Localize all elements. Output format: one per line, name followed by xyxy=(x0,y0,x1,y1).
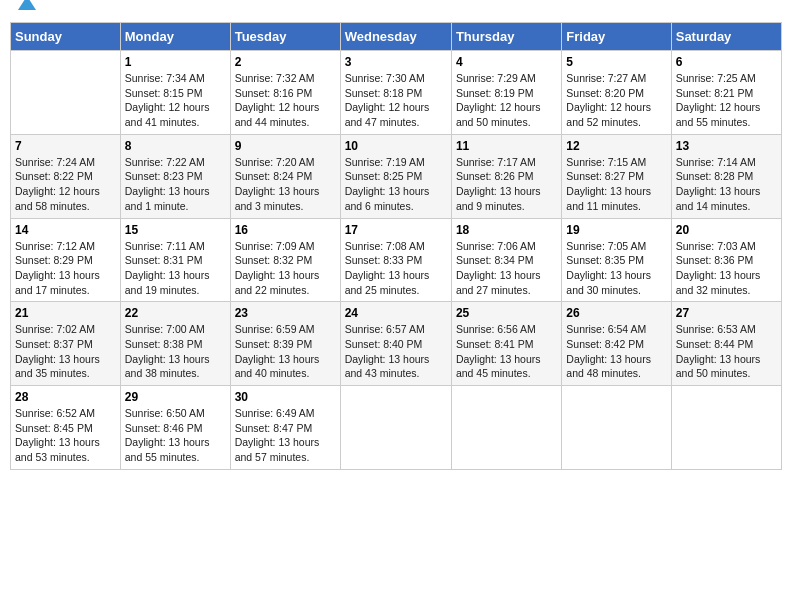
day-info: Sunrise: 7:34 AMSunset: 8:15 PMDaylight:… xyxy=(125,71,226,130)
day-number: 16 xyxy=(235,223,336,237)
day-info: Sunrise: 7:25 AMSunset: 8:21 PMDaylight:… xyxy=(676,71,777,130)
day-number: 25 xyxy=(456,306,557,320)
day-info: Sunrise: 6:52 AMSunset: 8:45 PMDaylight:… xyxy=(15,406,116,465)
page-header xyxy=(10,10,782,14)
day-info: Sunrise: 7:05 AMSunset: 8:35 PMDaylight:… xyxy=(566,239,666,298)
day-number: 2 xyxy=(235,55,336,69)
day-info: Sunrise: 7:32 AMSunset: 8:16 PMDaylight:… xyxy=(235,71,336,130)
day-number: 11 xyxy=(456,139,557,153)
day-info: Sunrise: 7:24 AMSunset: 8:22 PMDaylight:… xyxy=(15,155,116,214)
calendar-cell: 21Sunrise: 7:02 AMSunset: 8:37 PMDayligh… xyxy=(11,302,121,386)
day-info: Sunrise: 6:59 AMSunset: 8:39 PMDaylight:… xyxy=(235,322,336,381)
calendar-cell: 30Sunrise: 6:49 AMSunset: 8:47 PMDayligh… xyxy=(230,386,340,470)
day-info: Sunrise: 7:08 AMSunset: 8:33 PMDaylight:… xyxy=(345,239,447,298)
calendar-cell: 10Sunrise: 7:19 AMSunset: 8:25 PMDayligh… xyxy=(340,134,451,218)
day-info: Sunrise: 7:15 AMSunset: 8:27 PMDaylight:… xyxy=(566,155,666,214)
calendar-cell: 18Sunrise: 7:06 AMSunset: 8:34 PMDayligh… xyxy=(451,218,561,302)
svg-marker-0 xyxy=(18,0,36,10)
day-number: 6 xyxy=(676,55,777,69)
calendar-cell: 2Sunrise: 7:32 AMSunset: 8:16 PMDaylight… xyxy=(230,51,340,135)
calendar-cell: 3Sunrise: 7:30 AMSunset: 8:18 PMDaylight… xyxy=(340,51,451,135)
day-number: 29 xyxy=(125,390,226,404)
calendar-cell: 15Sunrise: 7:11 AMSunset: 8:31 PMDayligh… xyxy=(120,218,230,302)
day-number: 26 xyxy=(566,306,666,320)
day-info: Sunrise: 6:56 AMSunset: 8:41 PMDaylight:… xyxy=(456,322,557,381)
day-number: 24 xyxy=(345,306,447,320)
calendar-cell: 7Sunrise: 7:24 AMSunset: 8:22 PMDaylight… xyxy=(11,134,121,218)
calendar-cell: 28Sunrise: 6:52 AMSunset: 8:45 PMDayligh… xyxy=(11,386,121,470)
day-number: 23 xyxy=(235,306,336,320)
calendar-cell: 5Sunrise: 7:27 AMSunset: 8:20 PMDaylight… xyxy=(562,51,671,135)
day-info: Sunrise: 7:29 AMSunset: 8:19 PMDaylight:… xyxy=(456,71,557,130)
day-number: 1 xyxy=(125,55,226,69)
day-number: 14 xyxy=(15,223,116,237)
calendar-table: SundayMondayTuesdayWednesdayThursdayFrid… xyxy=(10,22,782,470)
calendar-cell: 24Sunrise: 6:57 AMSunset: 8:40 PMDayligh… xyxy=(340,302,451,386)
day-number: 30 xyxy=(235,390,336,404)
calendar-cell: 13Sunrise: 7:14 AMSunset: 8:28 PMDayligh… xyxy=(671,134,781,218)
day-number: 5 xyxy=(566,55,666,69)
calendar-cell: 11Sunrise: 7:17 AMSunset: 8:26 PMDayligh… xyxy=(451,134,561,218)
weekday-header-saturday: Saturday xyxy=(671,23,781,51)
day-number: 18 xyxy=(456,223,557,237)
calendar-cell: 27Sunrise: 6:53 AMSunset: 8:44 PMDayligh… xyxy=(671,302,781,386)
day-info: Sunrise: 7:09 AMSunset: 8:32 PMDaylight:… xyxy=(235,239,336,298)
weekday-header-monday: Monday xyxy=(120,23,230,51)
day-info: Sunrise: 7:00 AMSunset: 8:38 PMDaylight:… xyxy=(125,322,226,381)
day-number: 21 xyxy=(15,306,116,320)
calendar-cell: 17Sunrise: 7:08 AMSunset: 8:33 PMDayligh… xyxy=(340,218,451,302)
calendar-cell xyxy=(451,386,561,470)
calendar-cell: 16Sunrise: 7:09 AMSunset: 8:32 PMDayligh… xyxy=(230,218,340,302)
weekday-header-tuesday: Tuesday xyxy=(230,23,340,51)
day-number: 12 xyxy=(566,139,666,153)
day-number: 8 xyxy=(125,139,226,153)
day-info: Sunrise: 6:53 AMSunset: 8:44 PMDaylight:… xyxy=(676,322,777,381)
logo-icon xyxy=(16,0,38,14)
day-info: Sunrise: 7:03 AMSunset: 8:36 PMDaylight:… xyxy=(676,239,777,298)
calendar-cell: 19Sunrise: 7:05 AMSunset: 8:35 PMDayligh… xyxy=(562,218,671,302)
calendar-cell: 23Sunrise: 6:59 AMSunset: 8:39 PMDayligh… xyxy=(230,302,340,386)
day-info: Sunrise: 7:20 AMSunset: 8:24 PMDaylight:… xyxy=(235,155,336,214)
day-info: Sunrise: 7:27 AMSunset: 8:20 PMDaylight:… xyxy=(566,71,666,130)
day-number: 15 xyxy=(125,223,226,237)
day-number: 10 xyxy=(345,139,447,153)
calendar-cell: 14Sunrise: 7:12 AMSunset: 8:29 PMDayligh… xyxy=(11,218,121,302)
day-number: 27 xyxy=(676,306,777,320)
weekday-header-wednesday: Wednesday xyxy=(340,23,451,51)
calendar-cell: 6Sunrise: 7:25 AMSunset: 8:21 PMDaylight… xyxy=(671,51,781,135)
calendar-cell: 8Sunrise: 7:22 AMSunset: 8:23 PMDaylight… xyxy=(120,134,230,218)
calendar-cell xyxy=(340,386,451,470)
weekday-header-sunday: Sunday xyxy=(11,23,121,51)
day-info: Sunrise: 7:17 AMSunset: 8:26 PMDaylight:… xyxy=(456,155,557,214)
calendar-cell: 9Sunrise: 7:20 AMSunset: 8:24 PMDaylight… xyxy=(230,134,340,218)
day-number: 3 xyxy=(345,55,447,69)
day-info: Sunrise: 6:54 AMSunset: 8:42 PMDaylight:… xyxy=(566,322,666,381)
day-number: 19 xyxy=(566,223,666,237)
day-info: Sunrise: 6:57 AMSunset: 8:40 PMDaylight:… xyxy=(345,322,447,381)
day-info: Sunrise: 7:14 AMSunset: 8:28 PMDaylight:… xyxy=(676,155,777,214)
day-info: Sunrise: 7:19 AMSunset: 8:25 PMDaylight:… xyxy=(345,155,447,214)
day-info: Sunrise: 7:22 AMSunset: 8:23 PMDaylight:… xyxy=(125,155,226,214)
day-info: Sunrise: 7:30 AMSunset: 8:18 PMDaylight:… xyxy=(345,71,447,130)
calendar-cell xyxy=(11,51,121,135)
calendar-cell: 12Sunrise: 7:15 AMSunset: 8:27 PMDayligh… xyxy=(562,134,671,218)
calendar-cell: 20Sunrise: 7:03 AMSunset: 8:36 PMDayligh… xyxy=(671,218,781,302)
calendar-cell: 22Sunrise: 7:00 AMSunset: 8:38 PMDayligh… xyxy=(120,302,230,386)
logo xyxy=(14,10,38,14)
weekday-header-thursday: Thursday xyxy=(451,23,561,51)
calendar-cell: 1Sunrise: 7:34 AMSunset: 8:15 PMDaylight… xyxy=(120,51,230,135)
calendar-cell: 26Sunrise: 6:54 AMSunset: 8:42 PMDayligh… xyxy=(562,302,671,386)
calendar-cell xyxy=(562,386,671,470)
day-info: Sunrise: 7:06 AMSunset: 8:34 PMDaylight:… xyxy=(456,239,557,298)
weekday-header-friday: Friday xyxy=(562,23,671,51)
calendar-cell: 29Sunrise: 6:50 AMSunset: 8:46 PMDayligh… xyxy=(120,386,230,470)
day-number: 20 xyxy=(676,223,777,237)
day-info: Sunrise: 6:50 AMSunset: 8:46 PMDaylight:… xyxy=(125,406,226,465)
day-number: 13 xyxy=(676,139,777,153)
day-number: 4 xyxy=(456,55,557,69)
day-info: Sunrise: 7:11 AMSunset: 8:31 PMDaylight:… xyxy=(125,239,226,298)
day-number: 7 xyxy=(15,139,116,153)
day-info: Sunrise: 6:49 AMSunset: 8:47 PMDaylight:… xyxy=(235,406,336,465)
calendar-cell: 25Sunrise: 6:56 AMSunset: 8:41 PMDayligh… xyxy=(451,302,561,386)
calendar-cell xyxy=(671,386,781,470)
